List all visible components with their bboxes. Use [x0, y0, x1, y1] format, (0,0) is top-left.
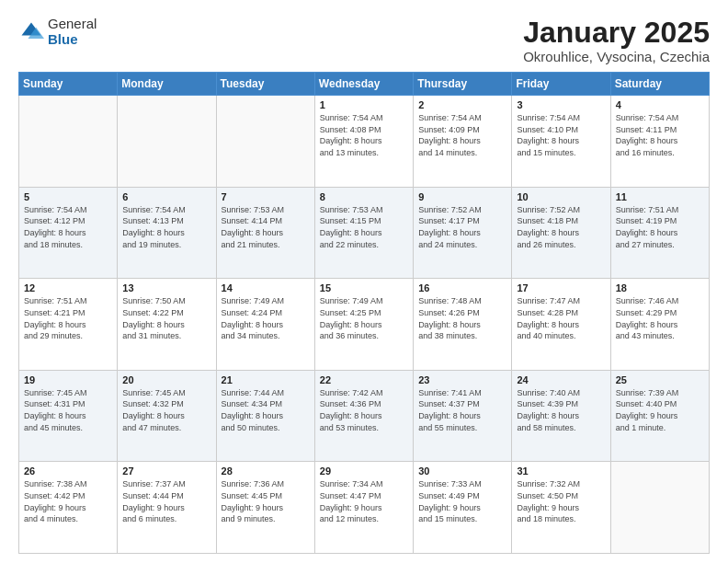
table-row: 11Sunrise: 7:51 AM Sunset: 4:19 PM Dayli…: [610, 187, 709, 279]
calendar-header-monday: Monday: [118, 73, 216, 96]
day-number: 22: [320, 374, 408, 385]
logo-general: General: [48, 17, 97, 32]
day-info: Sunrise: 7:34 AM Sunset: 4:47 PM Dayligh…: [320, 478, 408, 524]
table-row: 31Sunrise: 7:32 AM Sunset: 4:50 PM Dayli…: [512, 462, 610, 554]
day-info: Sunrise: 7:54 AM Sunset: 4:08 PM Dayligh…: [320, 112, 408, 158]
day-number: 14: [222, 282, 310, 293]
day-info: Sunrise: 7:51 AM Sunset: 4:19 PM Dayligh…: [616, 204, 704, 250]
day-info: Sunrise: 7:50 AM Sunset: 4:22 PM Dayligh…: [122, 295, 210, 341]
calendar-week-3: 12Sunrise: 7:51 AM Sunset: 4:21 PM Dayli…: [19, 279, 710, 371]
day-number: 31: [517, 465, 605, 477]
day-info: Sunrise: 7:51 AM Sunset: 4:21 PM Dayligh…: [24, 295, 112, 341]
calendar-week-2: 5Sunrise: 7:54 AM Sunset: 4:12 PM Daylig…: [19, 187, 710, 279]
day-info: Sunrise: 7:45 AM Sunset: 4:32 PM Dayligh…: [122, 387, 210, 433]
logo-text: General Blue: [48, 17, 97, 47]
day-info: Sunrise: 7:54 AM Sunset: 4:10 PM Dayligh…: [517, 112, 605, 158]
day-number: 4: [616, 99, 704, 110]
calendar-location: Okrouhlice, Vysocina, Czechia: [523, 49, 710, 64]
table-row: 27Sunrise: 7:37 AM Sunset: 4:44 PM Dayli…: [118, 462, 216, 554]
day-info: Sunrise: 7:52 AM Sunset: 4:17 PM Dayligh…: [418, 204, 506, 250]
table-row: 7Sunrise: 7:53 AM Sunset: 4:14 PM Daylig…: [216, 187, 314, 279]
table-row: [19, 96, 118, 188]
calendar-header-sunday: Sunday: [19, 73, 118, 96]
table-row: 25Sunrise: 7:39 AM Sunset: 4:40 PM Dayli…: [610, 370, 709, 462]
day-number: 13: [122, 282, 210, 293]
table-row: 20Sunrise: 7:45 AM Sunset: 4:32 PM Dayli…: [118, 370, 216, 462]
day-number: 18: [616, 282, 704, 293]
day-info: Sunrise: 7:47 AM Sunset: 4:28 PM Dayligh…: [517, 295, 605, 341]
day-info: Sunrise: 7:33 AM Sunset: 4:49 PM Dayligh…: [418, 478, 506, 524]
day-number: 10: [517, 191, 605, 202]
day-info: Sunrise: 7:41 AM Sunset: 4:37 PM Dayligh…: [418, 387, 506, 433]
day-info: Sunrise: 7:42 AM Sunset: 4:36 PM Dayligh…: [320, 387, 408, 433]
day-number: 9: [418, 191, 506, 202]
table-row: 14Sunrise: 7:49 AM Sunset: 4:24 PM Dayli…: [216, 279, 314, 371]
calendar-week-5: 26Sunrise: 7:38 AM Sunset: 4:42 PM Dayli…: [19, 462, 710, 554]
table-row: 29Sunrise: 7:34 AM Sunset: 4:47 PM Dayli…: [314, 462, 413, 554]
day-number: 16: [418, 282, 506, 293]
calendar-week-1: 1Sunrise: 7:54 AM Sunset: 4:08 PM Daylig…: [19, 96, 710, 188]
table-row: 2Sunrise: 7:54 AM Sunset: 4:09 PM Daylig…: [414, 96, 512, 188]
day-number: 8: [320, 191, 408, 202]
logo-blue: Blue: [48, 32, 97, 48]
day-info: Sunrise: 7:53 AM Sunset: 4:15 PM Dayligh…: [320, 204, 408, 250]
calendar-header-row: SundayMondayTuesdayWednesdayThursdayFrid…: [19, 73, 710, 96]
table-row: [610, 462, 709, 554]
table-row: 6Sunrise: 7:54 AM Sunset: 4:13 PM Daylig…: [118, 187, 216, 279]
table-row: 22Sunrise: 7:42 AM Sunset: 4:36 PM Dayli…: [314, 370, 413, 462]
calendar-header-thursday: Thursday: [414, 73, 512, 96]
day-number: 6: [122, 191, 210, 202]
table-row: 9Sunrise: 7:52 AM Sunset: 4:17 PM Daylig…: [414, 187, 512, 279]
day-info: Sunrise: 7:37 AM Sunset: 4:44 PM Dayligh…: [122, 478, 210, 524]
day-number: 12: [24, 282, 112, 293]
calendar-page: General Blue January 2025 Okrouhlice, Vy…: [0, 0, 728, 563]
day-number: 30: [418, 465, 506, 477]
table-row: [216, 96, 314, 188]
header: General Blue January 2025 Okrouhlice, Vy…: [18, 17, 710, 64]
day-number: 3: [517, 99, 605, 110]
day-info: Sunrise: 7:54 AM Sunset: 4:12 PM Dayligh…: [24, 204, 112, 250]
day-info: Sunrise: 7:52 AM Sunset: 4:18 PM Dayligh…: [517, 204, 605, 250]
calendar-table: SundayMondayTuesdayWednesdayThursdayFrid…: [18, 72, 710, 554]
calendar-header-wednesday: Wednesday: [314, 73, 413, 96]
table-row: 15Sunrise: 7:49 AM Sunset: 4:25 PM Dayli…: [314, 279, 413, 371]
logo-icon: [18, 19, 44, 45]
day-info: Sunrise: 7:45 AM Sunset: 4:31 PM Dayligh…: [24, 387, 112, 433]
table-row: 8Sunrise: 7:53 AM Sunset: 4:15 PM Daylig…: [314, 187, 413, 279]
day-number: 19: [24, 374, 112, 385]
table-row: 4Sunrise: 7:54 AM Sunset: 4:11 PM Daylig…: [610, 96, 709, 188]
table-row: 30Sunrise: 7:33 AM Sunset: 4:49 PM Dayli…: [414, 462, 512, 554]
table-row: 12Sunrise: 7:51 AM Sunset: 4:21 PM Dayli…: [19, 279, 118, 371]
table-row: 21Sunrise: 7:44 AM Sunset: 4:34 PM Dayli…: [216, 370, 314, 462]
table-row: 10Sunrise: 7:52 AM Sunset: 4:18 PM Dayli…: [512, 187, 610, 279]
calendar-header-tuesday: Tuesday: [216, 73, 314, 96]
day-info: Sunrise: 7:40 AM Sunset: 4:39 PM Dayligh…: [517, 387, 605, 433]
day-number: 20: [122, 374, 210, 385]
day-info: Sunrise: 7:54 AM Sunset: 4:13 PM Dayligh…: [122, 204, 210, 250]
calendar-header-saturday: Saturday: [610, 73, 709, 96]
day-info: Sunrise: 7:36 AM Sunset: 4:45 PM Dayligh…: [222, 478, 310, 524]
day-number: 25: [616, 374, 704, 385]
day-info: Sunrise: 7:54 AM Sunset: 4:11 PM Dayligh…: [616, 112, 704, 158]
day-number: 26: [24, 465, 112, 477]
table-row: 19Sunrise: 7:45 AM Sunset: 4:31 PM Dayli…: [19, 370, 118, 462]
table-row: 16Sunrise: 7:48 AM Sunset: 4:26 PM Dayli…: [414, 279, 512, 371]
calendar-header-friday: Friday: [512, 73, 610, 96]
calendar-week-4: 19Sunrise: 7:45 AM Sunset: 4:31 PM Dayli…: [19, 370, 710, 462]
table-row: 24Sunrise: 7:40 AM Sunset: 4:39 PM Dayli…: [512, 370, 610, 462]
day-number: 21: [222, 374, 310, 385]
day-info: Sunrise: 7:46 AM Sunset: 4:29 PM Dayligh…: [616, 295, 704, 341]
table-row: 23Sunrise: 7:41 AM Sunset: 4:37 PM Dayli…: [414, 370, 512, 462]
title-block: January 2025 Okrouhlice, Vysocina, Czech…: [523, 17, 710, 64]
table-row: 1Sunrise: 7:54 AM Sunset: 4:08 PM Daylig…: [314, 96, 413, 188]
day-number: 29: [320, 465, 408, 477]
day-number: 17: [517, 282, 605, 293]
table-row: 28Sunrise: 7:36 AM Sunset: 4:45 PM Dayli…: [216, 462, 314, 554]
day-info: Sunrise: 7:38 AM Sunset: 4:42 PM Dayligh…: [24, 478, 112, 524]
calendar-title: January 2025: [523, 17, 710, 49]
day-number: 15: [320, 282, 408, 293]
table-row: 13Sunrise: 7:50 AM Sunset: 4:22 PM Dayli…: [118, 279, 216, 371]
table-row: [118, 96, 216, 188]
day-info: Sunrise: 7:49 AM Sunset: 4:24 PM Dayligh…: [222, 295, 310, 341]
day-info: Sunrise: 7:44 AM Sunset: 4:34 PM Dayligh…: [222, 387, 310, 433]
